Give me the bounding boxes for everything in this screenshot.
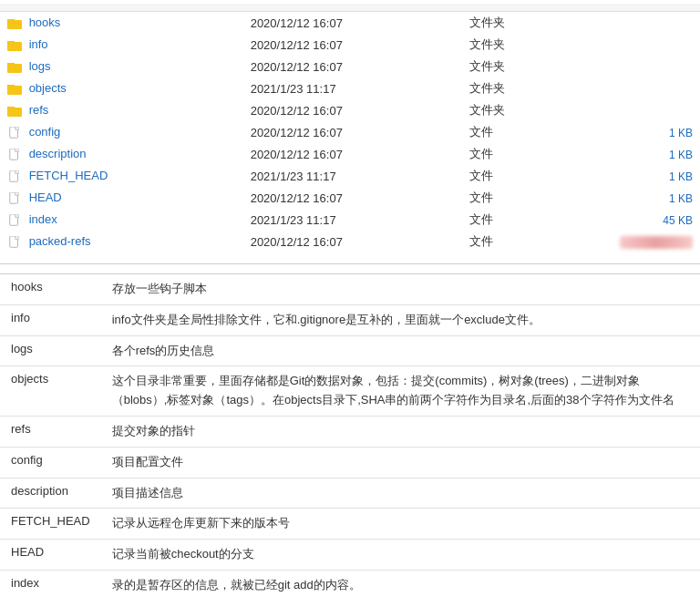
file-date: 2020/12/12 16:07 <box>243 143 462 165</box>
folder-icon <box>7 17 22 30</box>
table-row[interactable]: info 2020/12/12 16:07 文件夹 <box>0 34 700 56</box>
table-row[interactable]: refs 2020/12/12 16:07 文件夹 <box>0 99 700 121</box>
desc-value: 录的是暂存区的信息，就被已经git add的内容。 <box>101 570 700 597</box>
file-size-cell: 1 KB <box>583 165 700 187</box>
file-type: 文件夹 <box>462 56 583 77</box>
svg-rect-11 <box>15 127 19 130</box>
desc-row: hooks 存放一些钩子脚本 <box>0 274 700 305</box>
file-type: 文件 <box>462 143 583 165</box>
table-row[interactable]: HEAD 2020/12/12 16:07 文件 1 KB <box>0 187 700 209</box>
desc-table: hooks 存放一些钩子脚本 info info文件夹是全局性排除文件，它和.g… <box>0 273 700 597</box>
table-row[interactable]: config 2020/12/12 16:07 文件 1 KB <box>0 121 700 143</box>
svg-rect-21 <box>15 236 19 240</box>
file-date: 2021/1/23 11:17 <box>243 209 462 231</box>
file-name-link[interactable]: packed-refs <box>29 234 91 248</box>
desc-row: FETCH_HEAD 记录从远程仓库更新下来的版本号 <box>0 509 700 540</box>
file-size-cell: 45 KB <box>583 209 700 231</box>
file-type: 文件夹 <box>462 77 583 99</box>
file-date: 2020/12/12 16:07 <box>243 56 462 77</box>
file-type: 文件 <box>462 165 583 187</box>
file-name-cell[interactable]: description <box>0 143 243 165</box>
desc-key: refs <box>0 416 101 447</box>
svg-rect-5 <box>7 63 14 65</box>
svg-rect-15 <box>15 170 19 174</box>
file-size-cell <box>583 12 700 35</box>
table-row[interactable]: index 2021/1/23 11:17 文件 45 KB <box>0 209 700 231</box>
file-size: 1 KB <box>669 149 693 161</box>
file-name-cell[interactable]: HEAD <box>0 187 243 209</box>
desc-row: info info文件夹是全局性排除文件，它和.gitignore是互补的，里面… <box>0 304 700 335</box>
desc-row: objects 这个目录非常重要，里面存储都是Git的数据对象，包括：提交(co… <box>0 366 700 417</box>
file-name-cell[interactable]: index <box>0 209 243 231</box>
file-date: 2021/1/23 11:17 <box>243 165 462 187</box>
file-type: 文件夹 <box>462 99 583 121</box>
file-name-link[interactable]: refs <box>29 103 49 117</box>
file-name-link[interactable]: description <box>29 147 87 160</box>
desc-key: description <box>0 478 101 509</box>
folder-icon <box>7 39 22 52</box>
svg-rect-7 <box>7 85 14 87</box>
file-date: 2020/12/12 16:07 <box>243 187 462 209</box>
file-size-cell <box>583 34 700 56</box>
file-name-link[interactable]: logs <box>29 59 51 73</box>
table-row[interactable]: FETCH_HEAD 2021/1/23 11:17 文件 1 KB <box>0 165 700 187</box>
table-row[interactable]: logs 2020/12/12 16:07 文件夹 <box>0 56 700 77</box>
file-name-link[interactable]: info <box>29 37 48 51</box>
file-date: 2020/12/12 16:07 <box>243 12 462 35</box>
svg-rect-19 <box>15 214 19 218</box>
file-name-link[interactable]: HEAD <box>29 190 62 204</box>
file-name-link[interactable]: config <box>29 125 61 139</box>
file-size-cell <box>583 77 700 99</box>
file-size-cell: 1 KB <box>583 187 700 209</box>
svg-rect-3 <box>7 41 14 43</box>
file-type: 文件夹 <box>462 34 583 56</box>
file-size-cell: 1 KB <box>583 143 700 165</box>
folder-icon <box>7 105 22 118</box>
file-name-link[interactable]: hooks <box>29 15 61 29</box>
blurred-size <box>620 236 693 249</box>
svg-rect-8 <box>7 108 22 117</box>
file-icon <box>7 236 22 249</box>
desc-value: 存放一些钩子脚本 <box>101 274 700 305</box>
file-name-cell[interactable]: FETCH_HEAD <box>0 165 243 187</box>
col-header-date <box>243 4 462 12</box>
file-name-link[interactable]: objects <box>29 81 67 95</box>
file-type: 文件 <box>462 121 583 143</box>
file-icon <box>7 192 22 205</box>
file-icon <box>7 149 22 161</box>
file-icon <box>7 127 22 139</box>
section-divider <box>0 263 700 264</box>
file-size-cell <box>583 231 700 252</box>
file-name-cell[interactable]: hooks <box>0 12 243 35</box>
desc-key: index <box>0 570 101 597</box>
file-size-cell <box>583 56 700 77</box>
file-name-cell[interactable]: info <box>0 34 243 56</box>
file-name-cell[interactable]: refs <box>0 99 243 121</box>
svg-rect-0 <box>7 20 22 29</box>
table-row[interactable]: hooks 2020/12/12 16:07 文件夹 <box>0 12 700 35</box>
file-name-link[interactable]: FETCH_HEAD <box>29 169 108 182</box>
file-size-cell <box>583 99 700 121</box>
file-size: 1 KB <box>669 170 693 183</box>
file-name-link[interactable]: index <box>29 212 57 226</box>
file-name-cell[interactable]: config <box>0 121 243 143</box>
col-header-size <box>583 4 700 12</box>
table-row[interactable]: description 2020/12/12 16:07 文件 1 KB <box>0 143 700 165</box>
desc-value: 提交对象的指针 <box>101 416 700 447</box>
desc-row: logs 各个refs的历史信息 <box>0 335 700 366</box>
desc-value: 各个refs的历史信息 <box>101 335 700 366</box>
desc-row: description 项目描述信息 <box>0 478 700 509</box>
table-row[interactable]: packed-refs 2020/12/12 16:07 文件 <box>0 231 700 252</box>
file-date: 2020/12/12 16:07 <box>243 99 462 121</box>
file-name-cell[interactable]: logs <box>0 56 243 77</box>
table-row[interactable]: objects 2021/1/23 11:17 文件夹 <box>0 77 700 99</box>
file-name-cell[interactable]: packed-refs <box>0 231 243 252</box>
file-name-cell[interactable]: objects <box>0 77 243 99</box>
col-header-name <box>0 4 243 12</box>
desc-key: logs <box>0 335 101 366</box>
desc-key: hooks <box>0 274 101 305</box>
desc-key: FETCH_HEAD <box>0 509 101 540</box>
svg-rect-1 <box>7 19 14 21</box>
col-header-type <box>462 4 583 12</box>
file-icon <box>7 170 22 183</box>
